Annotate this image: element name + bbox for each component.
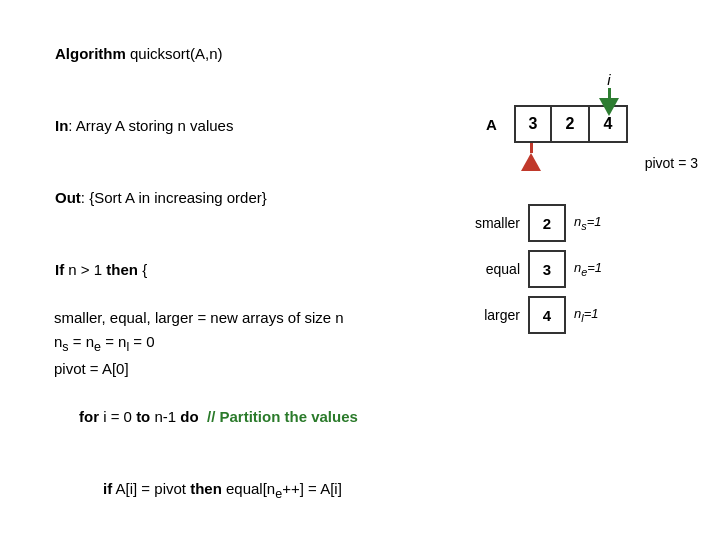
sub-l: l (126, 340, 129, 354)
equal-label: equal (460, 261, 520, 277)
line-if-equal-rest2: equal[ne++] = A[i] (222, 480, 342, 497)
line-for-rest1: i = 0 (99, 408, 136, 425)
smaller-cell: 2 (528, 204, 566, 242)
keyword-to: to (136, 408, 150, 425)
larger-cell: 4 (528, 296, 566, 334)
equal-n-label: ne=1 (574, 260, 602, 278)
page: Algorithm quicksort(A,n) In: Array A sto… (0, 0, 720, 540)
i-arrow-shaft (608, 88, 611, 98)
keyword-if: If (55, 261, 64, 278)
smaller-n-label: ns=1 (574, 214, 601, 232)
keyword-do: do (180, 408, 198, 425)
i-arrow-section: i A 3 2 4 pi (460, 105, 690, 149)
line-if-equal-rest1: A[i] = pivot (112, 480, 190, 497)
keyword-if2: if (103, 480, 112, 497)
i-indicator: i (590, 71, 628, 116)
i-label: i (607, 71, 610, 88)
diagram: i A 3 2 4 pi (460, 105, 690, 342)
keyword-then2: then (190, 480, 222, 497)
sub-arrays: smaller 2 ns=1 equal 3 ne=1 larger 4 nl=… (460, 204, 690, 334)
i-label-row: i A 3 2 4 pi (460, 105, 690, 149)
smaller-row: smaller 2 ns=1 (460, 204, 690, 242)
pivot-arrow-shaft (530, 143, 533, 153)
sub-e2: e (581, 266, 587, 278)
array-A-section: i A 3 2 4 pi (486, 105, 628, 143)
keyword-out: Out (55, 189, 81, 206)
larger-label: larger (460, 307, 520, 323)
i-arrow-head (599, 98, 619, 116)
keyword-then: then (106, 261, 138, 278)
larger-n-label: nl=1 (574, 306, 598, 324)
sub-s2: s (581, 220, 586, 232)
keyword-algorithm: Algorithm (55, 45, 126, 62)
array-A-label: A (486, 116, 504, 133)
equal-row: equal 3 ne=1 (460, 250, 690, 288)
pivot-arrow-head (521, 153, 541, 171)
line-for-comment: // Partition the values (199, 408, 358, 425)
line-for: for i = 0 to n-1 do // Partition the val… (30, 381, 690, 453)
line-if-brace: { (138, 261, 147, 278)
line-if-rest: n > 1 (64, 261, 106, 278)
array-cell-0: 3 (514, 105, 552, 143)
keyword-for: for (79, 408, 99, 425)
pivot-arrow (512, 143, 550, 171)
array-cell-1: 2 (552, 105, 590, 143)
line-else-if-smaller: else if A[i] < pivot then smaller[ns++] … (30, 528, 690, 540)
keyword-in: In (55, 117, 68, 134)
line-if-equal: if A[i] = pivot then equal[ne++] = A[i] (30, 453, 690, 528)
line-pivot: pivot = A[0] (30, 357, 690, 381)
line-for-rest2: n-1 (150, 408, 180, 425)
equal-cell: 3 (528, 250, 566, 288)
line-out-rest: : {Sort A in increasing order} (81, 189, 267, 206)
sub-s: s (62, 340, 68, 354)
sub-l2: l (581, 312, 583, 324)
line-algorithm-rest: quicksort(A,n) (126, 45, 223, 62)
sub-e: e (94, 340, 101, 354)
smaller-label: smaller (460, 215, 520, 231)
pivot-label: pivot = 3 (645, 155, 698, 171)
larger-row: larger 4 nl=1 (460, 296, 690, 334)
line-in-rest: : Array A storing n values (68, 117, 233, 134)
